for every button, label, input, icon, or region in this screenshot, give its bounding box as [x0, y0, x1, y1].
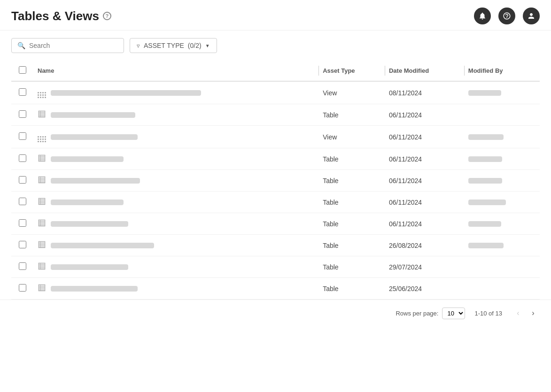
modified-by-bar — [468, 134, 504, 140]
table-row: Table06/11/2024 — [11, 170, 540, 192]
pagination-nav: ‹ › — [512, 307, 540, 320]
row-asset-type: Table — [319, 170, 385, 192]
notification-button[interactable] — [474, 8, 491, 24]
row-checkbox-cell — [11, 256, 34, 278]
chevron-down-icon: ▼ — [205, 43, 210, 48]
row-modified-by — [465, 192, 540, 213]
row-checkbox-cell — [11, 278, 34, 300]
row-name-cell[interactable] — [34, 126, 319, 148]
row-checkbox[interactable] — [19, 241, 26, 248]
row-checkbox-cell — [11, 148, 34, 170]
table-icon — [38, 219, 46, 229]
select-all-checkbox[interactable] — [19, 66, 26, 74]
table-row: Table29/07/2024 — [11, 256, 540, 278]
prev-page-button[interactable]: ‹ — [512, 307, 525, 320]
filter-count: (0/2) — [188, 42, 202, 49]
header-name: Name — [34, 61, 319, 81]
table-icon — [38, 154, 46, 164]
row-name-cell[interactable] — [34, 81, 319, 104]
row-checkbox-cell — [11, 81, 34, 104]
row-name-cell[interactable] — [34, 104, 319, 126]
row-asset-type: Table — [319, 278, 385, 300]
row-checkbox[interactable] — [19, 176, 26, 184]
row-checkbox[interactable] — [19, 284, 26, 292]
row-modified-by — [465, 148, 540, 170]
row-checkbox-cell — [11, 235, 34, 256]
asset-type-filter-button[interactable]: ▿ ASSET TYPE (0/2) ▼ — [130, 38, 217, 53]
modified-by-bar — [468, 243, 504, 248]
name-placeholder-bar — [51, 221, 128, 227]
table-icon — [38, 240, 46, 250]
question-icon — [503, 12, 511, 20]
user-icon — [527, 12, 535, 20]
search-input[interactable] — [29, 42, 118, 49]
row-checkbox-cell — [11, 170, 34, 192]
main-table: Name Asset Type Date Modified Modified B… — [11, 61, 540, 300]
rows-per-page: Rows per page: 10 25 50 — [396, 307, 465, 319]
row-date-modified: 06/11/2024 — [385, 104, 465, 126]
row-checkbox[interactable] — [19, 132, 26, 140]
name-placeholder-bar — [51, 156, 124, 162]
row-checkbox[interactable] — [19, 219, 26, 227]
help-button[interactable] — [498, 8, 515, 24]
name-placeholder-bar — [51, 178, 140, 184]
name-placeholder-bar — [51, 200, 124, 205]
table-icon — [38, 284, 46, 293]
toolbar: 🔍 ▿ ASSET TYPE (0/2) ▼ — [0, 31, 551, 61]
next-page-button[interactable]: › — [527, 307, 540, 320]
table-icon — [38, 176, 46, 185]
row-checkbox[interactable] — [19, 88, 26, 96]
row-checkbox-cell — [11, 192, 34, 213]
row-modified-by — [465, 81, 540, 104]
page-title: Tables & Views ? — [11, 9, 111, 23]
row-checkbox[interactable] — [19, 198, 26, 205]
row-name-cell[interactable] — [34, 256, 319, 278]
row-checkbox-cell — [11, 213, 34, 235]
table-row: Table26/08/2024 — [11, 235, 540, 256]
table-icon — [38, 197, 46, 207]
table-icon — [38, 262, 46, 272]
row-checkbox[interactable] — [19, 154, 26, 162]
name-placeholder-bar — [51, 243, 154, 248]
row-modified-by — [465, 256, 540, 278]
name-placeholder-bar — [51, 90, 201, 96]
row-name-cell[interactable] — [34, 192, 319, 213]
header-asset-type: Asset Type — [319, 61, 385, 81]
row-asset-type: Table — [319, 256, 385, 278]
table-row: View08/11/2024 — [11, 81, 540, 104]
view-icon — [38, 87, 46, 98]
modified-by-bar — [468, 178, 502, 184]
modified-by-bar — [468, 221, 501, 227]
row-modified-by — [465, 278, 540, 300]
name-placeholder-bar — [51, 286, 138, 292]
row-asset-type: Table — [319, 148, 385, 170]
row-name-cell[interactable] — [34, 148, 319, 170]
header-checkbox-cell — [11, 61, 34, 81]
row-asset-type: Table — [319, 104, 385, 126]
user-button[interactable] — [523, 8, 540, 24]
rows-per-page-select[interactable]: 10 25 50 — [442, 307, 465, 319]
row-asset-type: Table — [319, 192, 385, 213]
help-icon[interactable]: ? — [103, 12, 111, 20]
table-row: Table06/11/2024 — [11, 192, 540, 213]
view-icon — [38, 131, 46, 142]
row-date-modified: 06/11/2024 — [385, 126, 465, 148]
name-placeholder-bar — [51, 112, 135, 118]
row-checkbox[interactable] — [19, 110, 26, 118]
row-name-cell[interactable] — [34, 235, 319, 256]
row-name-cell[interactable] — [34, 278, 319, 300]
table-container: Name Asset Type Date Modified Modified B… — [0, 61, 551, 300]
row-asset-type: Table — [319, 213, 385, 235]
table-row: Table25/06/2024 — [11, 278, 540, 300]
modified-by-bar — [468, 90, 501, 96]
search-icon: 🔍 — [17, 42, 25, 49]
table-icon — [38, 110, 46, 120]
filter-icon: ▿ — [137, 42, 140, 49]
row-asset-type: View — [319, 81, 385, 104]
row-name-cell[interactable] — [34, 170, 319, 192]
row-name-cell[interactable] — [34, 213, 319, 235]
footer: Rows per page: 10 25 50 1-10 of 13 ‹ › — [0, 300, 551, 326]
row-modified-by — [465, 126, 540, 148]
row-modified-by — [465, 170, 540, 192]
row-checkbox[interactable] — [19, 262, 26, 270]
